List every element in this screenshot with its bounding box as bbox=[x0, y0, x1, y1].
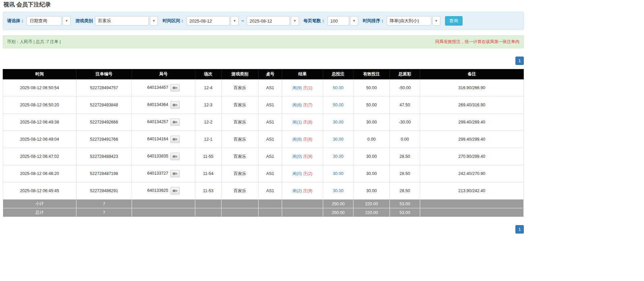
cell-valid-bet: 30.00 bbox=[353, 148, 390, 165]
total-bet-link[interactable]: 30.00 bbox=[333, 120, 343, 125]
total-valid-bet: 220.00 bbox=[353, 208, 390, 217]
cell-note: 242.40/270.90 bbox=[420, 165, 524, 182]
date-from-input[interactable] bbox=[187, 16, 230, 26]
valid-bet-notice-text: 同局有效投注，统一计算在该局第一张注单内 bbox=[435, 39, 519, 45]
cell-note: 270.90/299.40 bbox=[420, 148, 524, 165]
cell-time: 2025-08-12 06:49:38 bbox=[3, 114, 76, 131]
round-id-value: 640133727 bbox=[147, 171, 168, 176]
result-banker-value: 庄(8) bbox=[303, 120, 313, 125]
cell-time: 2025-08-12 06:49:04 bbox=[3, 131, 76, 148]
per-page-caret-button[interactable]: ▼ bbox=[350, 16, 358, 26]
cell-session: 12-1 bbox=[195, 131, 222, 148]
col-header-note: 备注 bbox=[420, 69, 524, 79]
game-type-input[interactable] bbox=[95, 16, 149, 26]
result-player-value: 闲(6) bbox=[293, 103, 302, 107]
search-button[interactable]: 查询 bbox=[445, 16, 463, 26]
col-header-total-bet: 总投注 bbox=[323, 69, 353, 79]
cell-bet-id: 522728494757 bbox=[76, 79, 132, 97]
chevron-down-icon: ▼ bbox=[152, 19, 156, 23]
result-player-value: 闲(6) bbox=[293, 137, 302, 142]
video-replay-button[interactable] bbox=[170, 84, 180, 92]
table-row: 2025-08-12 06:50:20 522728493848 6401343… bbox=[3, 97, 524, 114]
video-camera-icon bbox=[173, 86, 177, 90]
page-content: 视讯 会员下注纪录 请选择： ▼ 游戏类别 ▼ 时间区间： ▼ ~ ▼ 每页笔数… bbox=[3, 1, 524, 234]
cell-table: AS1 bbox=[259, 79, 282, 97]
cell-total-bet: 30.00 bbox=[323, 114, 353, 131]
round-id-value: 640134364 bbox=[147, 102, 168, 107]
round-id-value: 640134457 bbox=[147, 85, 168, 90]
result-player-value: 闲(0) bbox=[293, 171, 302, 176]
total-count: 7 bbox=[76, 208, 132, 217]
video-replay-button[interactable] bbox=[170, 136, 180, 143]
query-type-input[interactable] bbox=[27, 16, 62, 26]
video-camera-icon bbox=[173, 103, 177, 107]
cell-total-bet: 50.00 bbox=[323, 97, 353, 114]
cell-round-id: 640134457 bbox=[132, 79, 195, 97]
total-row: 总计 7 250.00 220.00 53.00 bbox=[3, 208, 524, 217]
total-bet-link[interactable]: 30.00 bbox=[333, 171, 343, 176]
cell-result: 闲(0)庄(2) bbox=[282, 165, 323, 182]
page-title: 视讯 会员下注纪录 bbox=[3, 1, 524, 8]
video-replay-button[interactable] bbox=[170, 170, 180, 177]
table-header: 时间 注单编号 局号 场次 游戏类别 桌号 结果 总投注 有效投注 总派彩 备注 bbox=[3, 69, 524, 79]
time-sort-caret-button[interactable]: ▼ bbox=[432, 16, 440, 26]
time-sort-input[interactable] bbox=[387, 16, 431, 26]
video-replay-button[interactable] bbox=[170, 153, 180, 160]
cell-note: 299.40/299.40 bbox=[420, 131, 524, 148]
cell-session: 11-55 bbox=[195, 148, 222, 165]
cell-round-id: 640133727 bbox=[132, 165, 195, 182]
result-banker-value: 庄(7) bbox=[303, 103, 313, 107]
cell-round-id: 640134164 bbox=[132, 131, 195, 148]
cell-time: 2025-08-12 06:47:02 bbox=[3, 148, 76, 165]
col-header-game-type: 游戏类别 bbox=[222, 69, 259, 79]
total-bet-link[interactable]: 30.00 bbox=[333, 188, 343, 193]
col-header-table: 桌号 bbox=[259, 69, 282, 79]
round-id-value: 640133835 bbox=[147, 154, 168, 159]
cell-result: 闲(0)庄(9) bbox=[282, 148, 323, 165]
cell-payout: 47.50 bbox=[390, 97, 420, 114]
cell-round-id: 640133835 bbox=[132, 148, 195, 165]
cell-time: 2025-08-12 06:50:54 bbox=[3, 79, 76, 97]
chevron-down-icon: ▼ bbox=[435, 19, 438, 23]
total-payout: 53.00 bbox=[390, 208, 420, 217]
date-from-caret-button[interactable]: ▼ bbox=[231, 16, 239, 26]
result-banker-value: 庄(9) bbox=[303, 154, 313, 159]
total-bet-link[interactable]: 50.00 bbox=[333, 103, 343, 107]
total-bet-link[interactable]: 30.00 bbox=[333, 154, 343, 159]
per-page-label: 每页笔数： bbox=[304, 18, 326, 24]
cell-payout: 28.50 bbox=[390, 182, 420, 200]
video-camera-icon bbox=[173, 138, 177, 141]
subtotal-payout: 53.00 bbox=[390, 200, 420, 208]
result-banker-value: 庄(2) bbox=[303, 171, 313, 176]
round-id-value: 640133625 bbox=[147, 188, 168, 193]
total-bet-link[interactable]: 50.00 bbox=[333, 85, 343, 90]
records-table: 时间 注单编号 局号 场次 游戏类别 桌号 结果 总投注 有效投注 总派彩 备注… bbox=[3, 69, 524, 217]
video-replay-button[interactable] bbox=[170, 118, 180, 126]
result-banker-value: 庄(1) bbox=[303, 85, 313, 90]
total-bet-link[interactable]: 30.00 bbox=[333, 137, 343, 142]
date-to-input[interactable] bbox=[247, 16, 290, 26]
table-row: 2025-08-12 06:47:02 522728488423 6401338… bbox=[3, 148, 524, 165]
cell-session: 11-54 bbox=[195, 165, 222, 182]
video-camera-icon bbox=[173, 155, 177, 158]
cell-note: 269.40/316.90 bbox=[420, 97, 524, 114]
cell-payout: -50.00 bbox=[390, 79, 420, 97]
page-1-button[interactable]: 1 bbox=[515, 225, 524, 234]
cell-payout: 28.50 bbox=[390, 148, 420, 165]
currency-total-text: 币别：人民币 | 总共 :7 注单 | bbox=[7, 39, 61, 45]
pagination-top: 1 bbox=[3, 57, 524, 65]
chevron-down-icon: ▼ bbox=[352, 19, 355, 23]
cell-note: 316.90/266.90 bbox=[420, 79, 524, 97]
per-page-input[interactable] bbox=[328, 16, 349, 26]
video-replay-button[interactable] bbox=[170, 101, 180, 109]
game-type-caret-button[interactable]: ▼ bbox=[150, 16, 158, 26]
cell-table: AS1 bbox=[259, 114, 282, 131]
date-to-caret-button[interactable]: ▼ bbox=[291, 16, 299, 26]
page-1-button[interactable]: 1 bbox=[515, 57, 524, 65]
cell-result: 闲(6)庄(7) bbox=[282, 97, 323, 114]
video-camera-icon bbox=[173, 172, 177, 175]
video-camera-icon bbox=[173, 120, 177, 124]
col-header-valid-bet: 有效投注 bbox=[353, 69, 390, 79]
video-replay-button[interactable] bbox=[170, 187, 180, 195]
query-type-caret-button[interactable]: ▼ bbox=[63, 16, 71, 26]
